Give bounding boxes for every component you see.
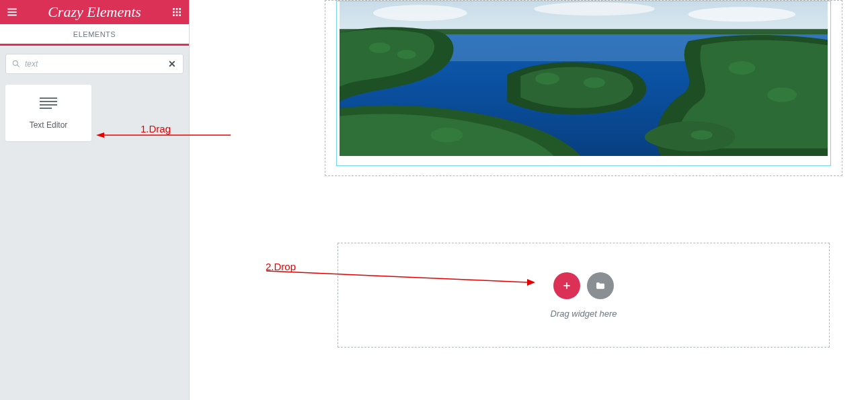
image-container [340,1,828,156]
widget-text-editor-label: Text Editor [30,120,68,130]
drop-zone-buttons [553,272,614,299]
search-box: ✕ [5,54,184,74]
image-widget-selection [336,1,831,166]
svg-point-31 [691,130,713,140]
text-editor-icon [38,96,58,112]
svg-point-25 [369,42,391,53]
elements-tab-bar: ELEMENTS [0,24,189,46]
svg-rect-3 [173,8,175,10]
svg-rect-8 [179,11,181,13]
search-icon [11,59,21,69]
svg-point-28 [584,77,605,88]
svg-point-20 [534,2,655,15]
sidebar-header: Crazy Elements [0,0,189,24]
drop-zone-hint: Drag widget here [551,309,617,319]
search-input[interactable] [21,59,167,69]
svg-point-29 [728,61,755,75]
svg-rect-4 [176,8,178,10]
tab-elements[interactable]: ELEMENTS [73,30,116,38]
landscape-image [340,1,828,156]
svg-point-19 [373,5,467,21]
svg-rect-9 [173,14,175,16]
svg-rect-6 [173,11,175,13]
sidebar: Crazy Elements ELEMENTS ✕ [0,0,190,400]
grid-icon [171,7,182,17]
hamburger-icon [6,6,18,18]
svg-point-30 [767,87,797,102]
svg-point-26 [397,50,416,59]
svg-rect-11 [179,14,181,16]
plus-icon [561,280,572,291]
folder-icon [595,280,606,291]
drop-zone-section[interactable]: Drag widget here [338,243,830,348]
svg-point-32 [431,128,463,143]
brand-title: Crazy Elements [24,3,165,21]
svg-rect-10 [176,14,178,16]
svg-point-27 [535,73,559,85]
section-image-block[interactable] [325,0,842,176]
editor-canvas: Drag widget here [190,0,868,400]
svg-line-13 [17,65,19,67]
template-library-button[interactable] [587,272,614,299]
add-section-button[interactable] [553,272,580,299]
svg-rect-7 [176,11,178,13]
svg-rect-5 [179,8,181,10]
svg-point-21 [688,7,796,22]
search-wrap: ✕ [0,46,189,79]
hamburger-button[interactable] [0,0,24,24]
svg-point-12 [13,61,17,65]
apps-grid-button[interactable] [165,0,189,24]
clear-search-button[interactable]: ✕ [167,58,177,69]
widget-list: Text Editor [0,79,189,147]
widget-text-editor[interactable]: Text Editor [5,85,91,141]
